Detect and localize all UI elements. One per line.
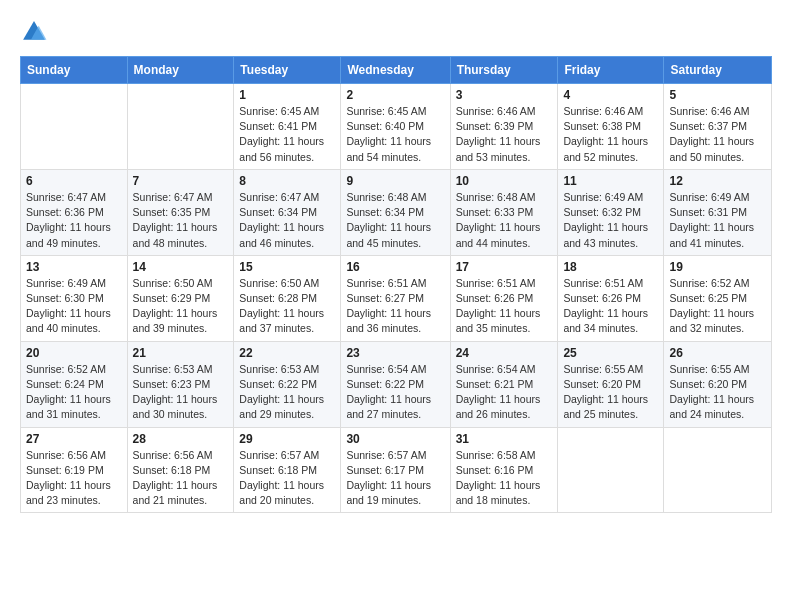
calendar-cell: 7Sunrise: 6:47 AM Sunset: 6:35 PM Daylig…: [127, 169, 234, 255]
logo-icon: [20, 18, 48, 46]
day-info: Sunrise: 6:56 AM Sunset: 6:19 PM Dayligh…: [26, 448, 122, 509]
day-number: 24: [456, 346, 553, 360]
day-number: 7: [133, 174, 229, 188]
calendar-cell: 28Sunrise: 6:56 AM Sunset: 6:18 PM Dayli…: [127, 427, 234, 513]
day-info: Sunrise: 6:49 AM Sunset: 6:32 PM Dayligh…: [563, 190, 658, 251]
day-info: Sunrise: 6:45 AM Sunset: 6:41 PM Dayligh…: [239, 104, 335, 165]
calendar-cell: 22Sunrise: 6:53 AM Sunset: 6:22 PM Dayli…: [234, 341, 341, 427]
calendar-cell: 30Sunrise: 6:57 AM Sunset: 6:17 PM Dayli…: [341, 427, 450, 513]
day-info: Sunrise: 6:53 AM Sunset: 6:23 PM Dayligh…: [133, 362, 229, 423]
calendar-cell: 21Sunrise: 6:53 AM Sunset: 6:23 PM Dayli…: [127, 341, 234, 427]
weekday-header: Monday: [127, 57, 234, 84]
day-number: 12: [669, 174, 766, 188]
weekday-row: SundayMondayTuesdayWednesdayThursdayFrid…: [21, 57, 772, 84]
day-number: 1: [239, 88, 335, 102]
calendar-cell: 10Sunrise: 6:48 AM Sunset: 6:33 PM Dayli…: [450, 169, 558, 255]
day-number: 16: [346, 260, 444, 274]
day-number: 4: [563, 88, 658, 102]
weekday-header: Thursday: [450, 57, 558, 84]
day-info: Sunrise: 6:49 AM Sunset: 6:30 PM Dayligh…: [26, 276, 122, 337]
day-number: 2: [346, 88, 444, 102]
calendar-week: 1Sunrise: 6:45 AM Sunset: 6:41 PM Daylig…: [21, 84, 772, 170]
day-number: 28: [133, 432, 229, 446]
weekday-header: Friday: [558, 57, 664, 84]
day-info: Sunrise: 6:48 AM Sunset: 6:33 PM Dayligh…: [456, 190, 553, 251]
calendar-week: 20Sunrise: 6:52 AM Sunset: 6:24 PM Dayli…: [21, 341, 772, 427]
calendar-cell: 9Sunrise: 6:48 AM Sunset: 6:34 PM Daylig…: [341, 169, 450, 255]
header: [20, 18, 772, 46]
day-number: 6: [26, 174, 122, 188]
day-number: 21: [133, 346, 229, 360]
day-info: Sunrise: 6:56 AM Sunset: 6:18 PM Dayligh…: [133, 448, 229, 509]
calendar-cell: 11Sunrise: 6:49 AM Sunset: 6:32 PM Dayli…: [558, 169, 664, 255]
day-number: 30: [346, 432, 444, 446]
day-info: Sunrise: 6:49 AM Sunset: 6:31 PM Dayligh…: [669, 190, 766, 251]
day-number: 10: [456, 174, 553, 188]
day-info: Sunrise: 6:51 AM Sunset: 6:26 PM Dayligh…: [456, 276, 553, 337]
calendar-cell: 13Sunrise: 6:49 AM Sunset: 6:30 PM Dayli…: [21, 255, 128, 341]
calendar-cell: 26Sunrise: 6:55 AM Sunset: 6:20 PM Dayli…: [664, 341, 772, 427]
day-info: Sunrise: 6:47 AM Sunset: 6:36 PM Dayligh…: [26, 190, 122, 251]
day-number: 13: [26, 260, 122, 274]
calendar-cell: 29Sunrise: 6:57 AM Sunset: 6:18 PM Dayli…: [234, 427, 341, 513]
calendar: SundayMondayTuesdayWednesdayThursdayFrid…: [20, 56, 772, 513]
day-info: Sunrise: 6:52 AM Sunset: 6:24 PM Dayligh…: [26, 362, 122, 423]
calendar-week: 27Sunrise: 6:56 AM Sunset: 6:19 PM Dayli…: [21, 427, 772, 513]
day-number: 26: [669, 346, 766, 360]
day-info: Sunrise: 6:47 AM Sunset: 6:35 PM Dayligh…: [133, 190, 229, 251]
day-number: 25: [563, 346, 658, 360]
day-info: Sunrise: 6:53 AM Sunset: 6:22 PM Dayligh…: [239, 362, 335, 423]
calendar-cell: 18Sunrise: 6:51 AM Sunset: 6:26 PM Dayli…: [558, 255, 664, 341]
day-number: 17: [456, 260, 553, 274]
day-info: Sunrise: 6:47 AM Sunset: 6:34 PM Dayligh…: [239, 190, 335, 251]
day-info: Sunrise: 6:55 AM Sunset: 6:20 PM Dayligh…: [669, 362, 766, 423]
day-info: Sunrise: 6:54 AM Sunset: 6:22 PM Dayligh…: [346, 362, 444, 423]
day-number: 19: [669, 260, 766, 274]
calendar-cell: [127, 84, 234, 170]
day-info: Sunrise: 6:52 AM Sunset: 6:25 PM Dayligh…: [669, 276, 766, 337]
weekday-header: Wednesday: [341, 57, 450, 84]
day-info: Sunrise: 6:46 AM Sunset: 6:38 PM Dayligh…: [563, 104, 658, 165]
calendar-header: SundayMondayTuesdayWednesdayThursdayFrid…: [21, 57, 772, 84]
calendar-cell: 2Sunrise: 6:45 AM Sunset: 6:40 PM Daylig…: [341, 84, 450, 170]
day-info: Sunrise: 6:51 AM Sunset: 6:27 PM Dayligh…: [346, 276, 444, 337]
calendar-cell: 3Sunrise: 6:46 AM Sunset: 6:39 PM Daylig…: [450, 84, 558, 170]
day-info: Sunrise: 6:57 AM Sunset: 6:18 PM Dayligh…: [239, 448, 335, 509]
day-number: 5: [669, 88, 766, 102]
calendar-cell: 5Sunrise: 6:46 AM Sunset: 6:37 PM Daylig…: [664, 84, 772, 170]
weekday-header: Sunday: [21, 57, 128, 84]
calendar-cell: 8Sunrise: 6:47 AM Sunset: 6:34 PM Daylig…: [234, 169, 341, 255]
day-number: 27: [26, 432, 122, 446]
weekday-header: Tuesday: [234, 57, 341, 84]
day-info: Sunrise: 6:46 AM Sunset: 6:37 PM Dayligh…: [669, 104, 766, 165]
day-number: 11: [563, 174, 658, 188]
calendar-cell: 4Sunrise: 6:46 AM Sunset: 6:38 PM Daylig…: [558, 84, 664, 170]
calendar-cell: 20Sunrise: 6:52 AM Sunset: 6:24 PM Dayli…: [21, 341, 128, 427]
logo: [20, 18, 52, 46]
calendar-cell: 16Sunrise: 6:51 AM Sunset: 6:27 PM Dayli…: [341, 255, 450, 341]
day-info: Sunrise: 6:50 AM Sunset: 6:29 PM Dayligh…: [133, 276, 229, 337]
day-number: 23: [346, 346, 444, 360]
day-info: Sunrise: 6:58 AM Sunset: 6:16 PM Dayligh…: [456, 448, 553, 509]
calendar-week: 6Sunrise: 6:47 AM Sunset: 6:36 PM Daylig…: [21, 169, 772, 255]
day-number: 14: [133, 260, 229, 274]
calendar-cell: 31Sunrise: 6:58 AM Sunset: 6:16 PM Dayli…: [450, 427, 558, 513]
page: SundayMondayTuesdayWednesdayThursdayFrid…: [0, 0, 792, 531]
calendar-cell: 19Sunrise: 6:52 AM Sunset: 6:25 PM Dayli…: [664, 255, 772, 341]
day-number: 29: [239, 432, 335, 446]
calendar-cell: [21, 84, 128, 170]
calendar-cell: 6Sunrise: 6:47 AM Sunset: 6:36 PM Daylig…: [21, 169, 128, 255]
calendar-cell: 17Sunrise: 6:51 AM Sunset: 6:26 PM Dayli…: [450, 255, 558, 341]
day-info: Sunrise: 6:48 AM Sunset: 6:34 PM Dayligh…: [346, 190, 444, 251]
day-info: Sunrise: 6:57 AM Sunset: 6:17 PM Dayligh…: [346, 448, 444, 509]
weekday-header: Saturday: [664, 57, 772, 84]
day-number: 31: [456, 432, 553, 446]
calendar-cell: 14Sunrise: 6:50 AM Sunset: 6:29 PM Dayli…: [127, 255, 234, 341]
calendar-cell: 23Sunrise: 6:54 AM Sunset: 6:22 PM Dayli…: [341, 341, 450, 427]
day-number: 3: [456, 88, 553, 102]
day-info: Sunrise: 6:54 AM Sunset: 6:21 PM Dayligh…: [456, 362, 553, 423]
calendar-body: 1Sunrise: 6:45 AM Sunset: 6:41 PM Daylig…: [21, 84, 772, 513]
day-number: 22: [239, 346, 335, 360]
day-number: 18: [563, 260, 658, 274]
day-info: Sunrise: 6:55 AM Sunset: 6:20 PM Dayligh…: [563, 362, 658, 423]
